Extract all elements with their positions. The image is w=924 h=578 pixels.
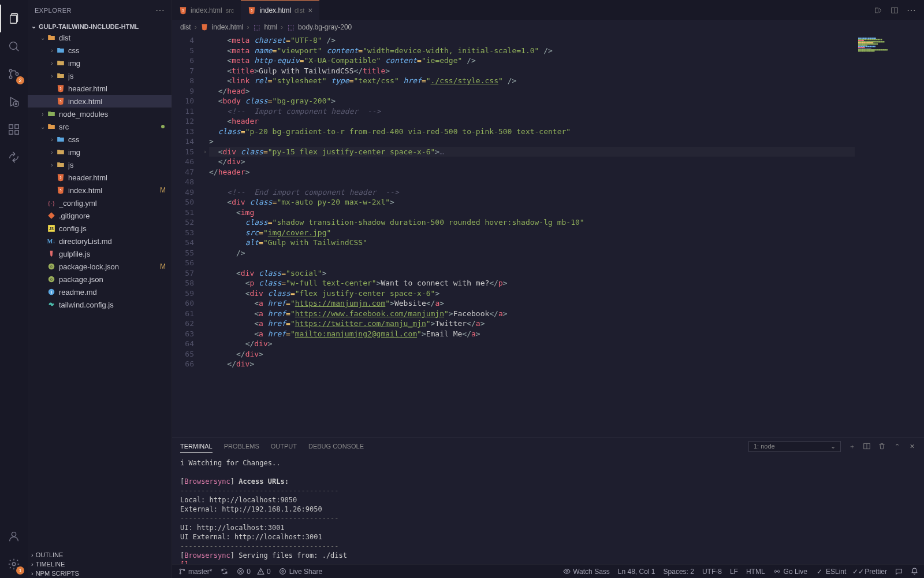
- lang-item[interactable]: HTML: [746, 568, 765, 576]
- tree-item[interactable]: ›js: [28, 69, 172, 82]
- spaces-item[interactable]: Spaces: 2: [664, 568, 694, 576]
- feedback-icon[interactable]: [895, 568, 903, 575]
- tree-item[interactable]: ›img: [28, 146, 172, 158]
- close-icon[interactable]: ×: [308, 6, 312, 15]
- tree-label: tailwind.config.js: [59, 301, 172, 309]
- tree-item[interactable]: {}package-lock.jsonM: [28, 260, 172, 273]
- chevron-right-icon: ›: [31, 561, 33, 568]
- close-panel-icon[interactable]: ✕: [908, 442, 916, 450]
- breadcrumb[interactable]: dist› index.html› ⬚ html› ⬚ body.bg-gray…: [172, 20, 924, 34]
- tree-item[interactable]: tailwind.config.js: [28, 298, 172, 311]
- terminal-dropdown[interactable]: 1: node ⌄: [748, 441, 841, 452]
- svg-text:i: i: [51, 290, 52, 295]
- account-icon[interactable]: [0, 523, 28, 550]
- prettier-item[interactable]: ✓✓Prettier: [854, 568, 887, 576]
- tree-item[interactable]: {·}_config.yml: [28, 197, 172, 209]
- editor-tab[interactable]: 5index.htmlsrc: [172, 0, 241, 20]
- outline-section[interactable]: ›OUTLINE: [28, 550, 172, 560]
- outline-section[interactable]: ›TIMELINE: [28, 560, 172, 569]
- branch-item[interactable]: master*: [178, 568, 212, 576]
- golive-item[interactable]: Go Live: [773, 568, 807, 576]
- tree-item[interactable]: 5header.html: [28, 82, 172, 95]
- bell-icon[interactable]: [911, 568, 918, 575]
- encoding-item[interactable]: UTF-8: [702, 568, 722, 576]
- brackets-icon: ⬚: [286, 23, 295, 31]
- tree-item[interactable]: .gitignore: [28, 209, 172, 222]
- tree-label: readme.md: [59, 288, 172, 297]
- panel-tab[interactable]: TERMINAL: [180, 440, 213, 453]
- more-icon[interactable]: ⋯: [155, 5, 165, 16]
- split-icon[interactable]: [891, 6, 899, 14]
- maximize-icon[interactable]: ⌃: [893, 442, 901, 450]
- minimap[interactable]: ████ ███████ ██████████ ██████ ████ ████…: [855, 34, 924, 437]
- git-status: M: [160, 262, 172, 271]
- tab-more-icon[interactable]: ⋯: [907, 5, 916, 16]
- tree-item[interactable]: ›css: [28, 44, 172, 57]
- explorer-icon[interactable]: [0, 5, 28, 32]
- eslint-item[interactable]: ✓ESLint: [815, 568, 846, 576]
- tree-item[interactable]: JSconfig.js: [28, 222, 172, 235]
- panel-tab[interactable]: OUTPUT: [271, 440, 297, 453]
- outline-section[interactable]: ›NPM SCRIPTS: [28, 569, 172, 578]
- svg-point-35: [180, 573, 181, 574]
- crumb-2[interactable]: index.html: [212, 23, 244, 31]
- tree-item[interactable]: ›js: [28, 158, 172, 171]
- split-terminal-icon[interactable]: [863, 442, 871, 450]
- eye-icon: [562, 568, 571, 576]
- tree-item[interactable]: 5index.htmlM: [28, 184, 172, 197]
- tree-label: _config.yml: [59, 199, 172, 208]
- tree-label: css: [68, 135, 172, 144]
- search-icon[interactable]: [0, 32, 28, 60]
- tree-item[interactable]: ›css: [28, 133, 172, 146]
- editor-tab[interactable]: 5index.htmldist×: [241, 0, 319, 20]
- terminal-output[interactable]: i Watching for Changes.. [Browsersync] A…: [172, 455, 924, 564]
- tree-item[interactable]: ⌄dist: [28, 31, 172, 44]
- problems-item[interactable]: 0 0: [236, 568, 270, 576]
- svg-point-13: [12, 532, 16, 536]
- modified-dot: [161, 125, 165, 128]
- html-file-icon: 5: [248, 6, 256, 14]
- tree-label: js: [68, 161, 172, 169]
- tree-item[interactable]: ›node_modules: [28, 108, 172, 120]
- svg-text:5: 5: [60, 188, 62, 192]
- panel-tab[interactable]: DEBUG CONSOLE: [308, 440, 364, 453]
- tree-item[interactable]: 5header.html: [28, 171, 172, 184]
- watchsass-item[interactable]: Watch Sass: [562, 568, 610, 576]
- tree-item[interactable]: ›img: [28, 57, 172, 69]
- warning-count: 0: [267, 568, 271, 576]
- settings-icon[interactable]: 1: [0, 550, 28, 578]
- liveshare-item[interactable]: Live Share: [279, 568, 322, 576]
- compare-icon[interactable]: [874, 6, 882, 14]
- tree-item[interactable]: 5index.html: [28, 95, 172, 108]
- extensions-icon[interactable]: [0, 116, 28, 143]
- trash-icon[interactable]: [878, 442, 886, 450]
- yml-icon: {·}: [46, 199, 57, 206]
- project-header[interactable]: ⌄ GULP-TAILWIND-INCLUDE-HTML: [28, 21, 172, 31]
- share-icon[interactable]: [0, 143, 28, 171]
- branch-label: master*: [188, 568, 212, 576]
- debug-icon[interactable]: [0, 88, 28, 116]
- chevron-right-icon: ›: [49, 162, 55, 168]
- crumb-4[interactable]: body.bg-gray-200: [298, 23, 352, 31]
- source-control-icon[interactable]: 2: [0, 60, 28, 88]
- tree-item[interactable]: {}package.json: [28, 273, 172, 286]
- cursor-pos[interactable]: Ln 48, Col 1: [618, 568, 655, 576]
- panel-tab[interactable]: PROBLEMS: [224, 440, 259, 453]
- fold-icon[interactable]: ›: [203, 149, 207, 155]
- tree-item[interactable]: ireadme.md: [28, 286, 172, 298]
- crumb-1[interactable]: dist: [180, 23, 191, 31]
- tree-item[interactable]: ⌄src: [28, 120, 172, 133]
- lang-label: HTML: [746, 568, 765, 576]
- sync-item[interactable]: [220, 568, 228, 576]
- code-area[interactable]: <meta charset="UTF-8" /> <meta name="vie…: [209, 34, 855, 437]
- crumb-3[interactable]: html: [264, 23, 277, 31]
- eol-item[interactable]: LF: [730, 568, 738, 576]
- branch-icon: [178, 568, 186, 576]
- chevron-right-icon: ›: [49, 149, 55, 155]
- tree-item[interactable]: gulpfile.js: [28, 247, 172, 260]
- folder-icon: [55, 72, 66, 80]
- git-icon: [46, 212, 57, 220]
- tree-item[interactable]: M↓directoryList.md: [28, 235, 172, 247]
- new-terminal-icon[interactable]: ＋: [848, 442, 856, 450]
- editor[interactable]: 4567891011121314154647484950515253545556…: [172, 34, 924, 437]
